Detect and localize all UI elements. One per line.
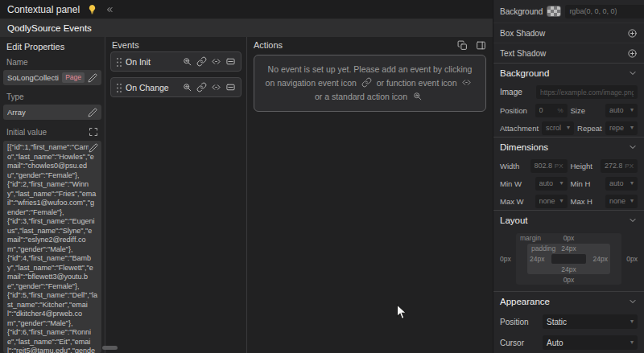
position-dropdown[interactable]: Static: [543, 314, 638, 329]
edit-properties-title: Edit Properties: [6, 42, 98, 51]
side-panel-icon[interactable]: [476, 40, 486, 51]
min-w-dropdown[interactable]: auto: [535, 177, 568, 191]
function-event-icon[interactable]: [211, 56, 221, 67]
content-box: [551, 254, 586, 264]
padding-top-value[interactable]: 24px: [561, 244, 576, 252]
background-section-header[interactable]: Background: [493, 64, 644, 83]
text-shadow-row: Text Shadow: [493, 43, 644, 63]
edit-type-pencil-icon[interactable]: [88, 108, 97, 117]
no-event-message: No event is set up yet. Please add an ev…: [254, 55, 486, 112]
max-h-label: Max H: [571, 197, 603, 206]
bg-size-label: Size: [571, 106, 603, 115]
add-box-shadow-icon[interactable]: [627, 28, 638, 39]
appearance-section-header[interactable]: Appearance: [493, 292, 644, 311]
event-row-on-init[interactable]: On Init: [110, 51, 242, 72]
styles-sidebar: Background rgba(0, 0, 0, 0) Box Shadow T…: [493, 0, 644, 353]
initial-value-json[interactable]: [{"id":1,"first_name":"Carmino","last_na…: [7, 143, 97, 353]
copy-actions-icon[interactable]: [457, 40, 468, 51]
standard-action-icon: [412, 91, 423, 101]
attachment-dropdown[interactable]: scrol: [542, 121, 574, 135]
image-url-field[interactable]: [536, 85, 638, 99]
drag-handle-icon[interactable]: [116, 83, 122, 92]
height-value[interactable]: 272.8: [605, 162, 622, 170]
min-wh-row: Min W auto Min H auto: [493, 174, 644, 192]
position-label: Position: [500, 318, 539, 326]
bg-position-label: Position: [500, 106, 532, 115]
background-color-value[interactable]: rgba(0, 0, 0, 0): [569, 7, 617, 15]
color-swatch[interactable]: [547, 6, 561, 17]
type-value[interactable]: Array: [7, 108, 26, 117]
actions-panel-header: Actions: [247, 37, 493, 51]
margin-right-value[interactable]: 0px: [626, 255, 638, 263]
type-label: Type: [6, 92, 98, 101]
event-label[interactable]: On Change: [126, 83, 178, 92]
layout-section-header[interactable]: Layout: [493, 211, 644, 230]
min-h-value: auto: [609, 179, 624, 187]
event-row-on-change[interactable]: On Change: [110, 77, 242, 97]
min-w-label: Min W: [500, 179, 532, 188]
repeat-value: repe: [609, 124, 624, 132]
bg-position-field[interactable]: 0 %: [535, 104, 568, 117]
bg-size-value: auto: [609, 106, 624, 114]
box-shadow-label: Box Shadow: [500, 29, 623, 38]
height-field[interactable]: 272.8 PX: [601, 159, 638, 173]
max-w-dropdown[interactable]: none: [535, 195, 568, 208]
height-unit: PX: [625, 162, 634, 170]
standard-action-icon[interactable]: [182, 82, 192, 92]
margin-left-value[interactable]: 0px: [500, 255, 511, 263]
initial-value-label: Initial value: [6, 128, 47, 137]
initial-value-editor[interactable]: [{"id":1,"first_name":"Carmino","last_na…: [3, 141, 101, 353]
name-field[interactable]: SoLongCollection Page: [3, 70, 101, 85]
max-h-value: none: [609, 197, 625, 205]
width-field[interactable]: 802.8 PX: [530, 159, 568, 173]
card-action-icon[interactable]: [225, 82, 236, 92]
dimensions-section-header[interactable]: Dimensions: [493, 138, 644, 157]
standard-action-icon[interactable]: [182, 56, 192, 67]
background-color-label: Background: [500, 7, 543, 16]
drag-handle-icon[interactable]: [116, 57, 122, 67]
padding-bottom-value[interactable]: 24px: [561, 265, 576, 273]
expand-icon[interactable]: [89, 127, 98, 137]
box-model-widget: 0px 0px margin 0px 0px padding 24px 24px…: [500, 233, 638, 285]
card-action-icon[interactable]: [225, 56, 236, 67]
min-h-dropdown[interactable]: auto: [605, 177, 638, 191]
chevron-down-icon: [628, 142, 638, 152]
name-value[interactable]: SoLongCollection: [7, 73, 59, 82]
max-w-label: Max W: [500, 197, 532, 206]
padding-right-value[interactable]: 24px: [593, 255, 608, 263]
width-value[interactable]: 802.8: [535, 162, 552, 170]
bg-size-dropdown[interactable]: auto: [605, 104, 638, 117]
repeat-dropdown[interactable]: repe: [605, 121, 638, 135]
events-panel: Events On Init: [105, 37, 246, 353]
bg-position-value[interactable]: 0: [539, 106, 543, 114]
navigation-event-icon[interactable]: [196, 56, 207, 67]
layout-section-title: Layout: [500, 215, 528, 225]
image-url-input[interactable]: [540, 88, 634, 96]
events-panel-header: Events: [105, 37, 246, 51]
position-row: Position Static: [493, 311, 644, 332]
contextual-panel-header: Contextual panel: [0, 0, 493, 19]
margin-top-value[interactable]: 0px: [564, 234, 575, 242]
min-h-label: Min H: [571, 179, 603, 188]
background-color-input[interactable]: rgba(0, 0, 0, 0): [565, 5, 644, 18]
margin-box: margin 0px 0px padding 24px 24px 24px 24…: [516, 233, 621, 285]
type-field[interactable]: Array: [3, 105, 101, 120]
lightbulb-icon[interactable]: [87, 4, 97, 14]
function-event-icon[interactable]: [211, 82, 221, 92]
cursor-dropdown[interactable]: Auto: [543, 335, 638, 350]
bg-position-unit: %: [557, 107, 563, 114]
edit-name-pencil-icon[interactable]: [88, 73, 97, 83]
edit-initial-value-pencil-icon[interactable]: [89, 143, 98, 153]
navigation-event-icon[interactable]: [196, 82, 207, 92]
scrollbar-thumb[interactable]: [102, 346, 118, 350]
padding-left-value[interactable]: 24px: [530, 255, 544, 263]
event-label[interactable]: On Init: [126, 57, 178, 67]
background-image-row: Image: [493, 83, 644, 101]
max-h-dropdown[interactable]: none: [605, 195, 638, 208]
width-height-row: Width 802.8 PX Height 272.8 PX: [493, 157, 644, 174]
collapse-panel-icon[interactable]: [105, 5, 114, 14]
add-text-shadow-icon[interactable]: [627, 48, 638, 59]
initial-value-header: Initial value: [6, 127, 98, 137]
padding-label: padding: [531, 244, 555, 252]
margin-bottom-value[interactable]: 0px: [564, 276, 575, 284]
